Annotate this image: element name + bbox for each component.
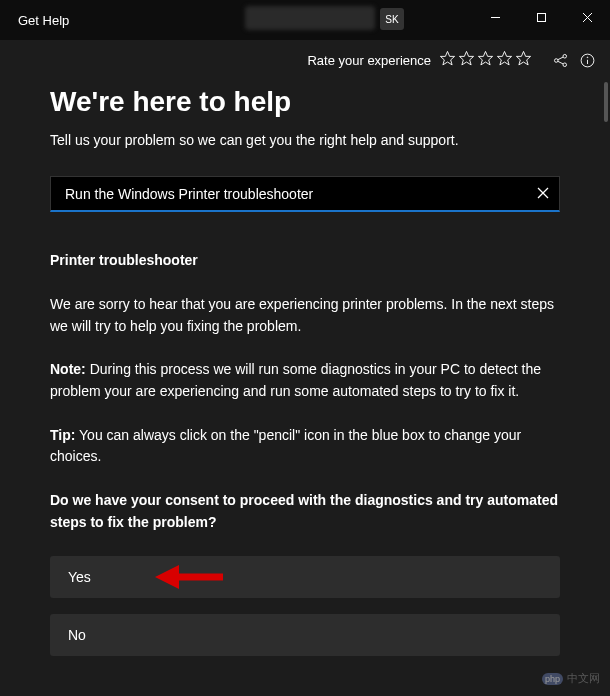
section-title: Printer troubleshooter (50, 252, 560, 268)
annotation-arrow (155, 563, 225, 591)
page-subtitle: Tell us your problem so we can get you t… (50, 132, 560, 148)
share-button[interactable] (552, 52, 569, 69)
svg-marker-8 (516, 51, 530, 64)
note-label: Note: (50, 361, 86, 377)
close-icon (582, 12, 593, 23)
clear-search-button[interactable] (537, 186, 549, 202)
star-icon[interactable] (439, 50, 456, 71)
toolbar: Rate your experience (0, 40, 610, 80)
star-rating[interactable] (439, 50, 532, 71)
star-icon[interactable] (496, 50, 513, 71)
tip-label: Tip: (50, 427, 75, 443)
watermark: php 中文网 (542, 671, 600, 686)
note-text: During this process we will run some dia… (50, 361, 541, 399)
svg-line-12 (558, 56, 564, 59)
no-label: No (68, 627, 86, 643)
titlebar: Get Help SK (0, 0, 610, 40)
content-area: We're here to help Tell us your problem … (0, 80, 610, 696)
no-button[interactable]: No (50, 614, 560, 656)
x-icon (537, 187, 549, 199)
svg-point-16 (587, 56, 588, 57)
svg-marker-7 (497, 51, 511, 64)
svg-point-10 (563, 54, 567, 58)
yes-label: Yes (68, 569, 91, 585)
star-icon[interactable] (477, 50, 494, 71)
tip-paragraph: Tip: You can always click on the "pencil… (50, 425, 560, 468)
svg-point-11 (563, 62, 567, 66)
note-paragraph: Note: During this process we will run so… (50, 359, 560, 402)
minimize-button[interactable] (472, 0, 518, 34)
watermark-text: 中文网 (567, 671, 600, 686)
minimize-icon (490, 12, 501, 23)
share-icon (552, 52, 569, 69)
rate-label: Rate your experience (307, 53, 431, 68)
scrollbar[interactable] (604, 82, 608, 122)
star-icon[interactable] (515, 50, 532, 71)
svg-marker-5 (459, 51, 473, 64)
intro-paragraph: We are sorry to hear that you are experi… (50, 294, 560, 337)
svg-marker-4 (440, 51, 454, 64)
window-controls (472, 0, 610, 34)
maximize-button[interactable] (518, 0, 564, 34)
info-button[interactable] (579, 52, 596, 69)
watermark-logo: php (542, 673, 563, 685)
search-input[interactable] (65, 186, 537, 202)
svg-line-13 (558, 61, 564, 64)
consent-question: Do we have your consent to proceed with … (50, 490, 560, 533)
window-title: Get Help (18, 13, 69, 28)
page-heading: We're here to help (50, 86, 560, 118)
search-box[interactable] (50, 176, 560, 212)
yes-button[interactable]: Yes (50, 556, 560, 598)
star-icon[interactable] (458, 50, 475, 71)
tip-text: You can always click on the "pencil" ico… (50, 427, 521, 465)
info-icon (579, 52, 596, 69)
close-button[interactable] (564, 0, 610, 34)
svg-rect-1 (537, 13, 545, 21)
arrow-icon (155, 563, 225, 591)
svg-marker-20 (155, 565, 179, 589)
user-badge[interactable]: SK (380, 8, 404, 30)
maximize-icon (536, 12, 547, 23)
svg-point-9 (554, 58, 558, 62)
titlebar-search-blur (245, 6, 375, 30)
svg-marker-6 (478, 51, 492, 64)
